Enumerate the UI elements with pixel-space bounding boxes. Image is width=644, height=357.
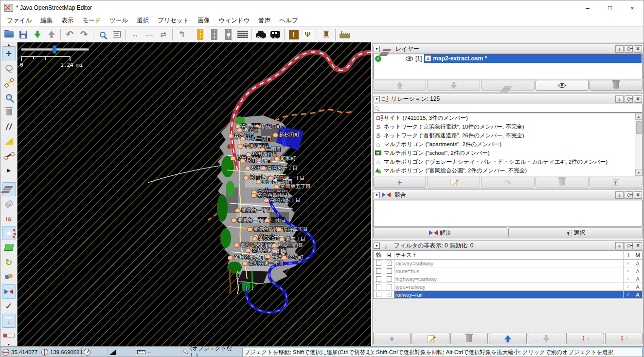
toggle-validator-button[interactable] (2, 211, 16, 225)
sticky-pin-button[interactable] (625, 45, 633, 53)
sort-down-button[interactable] (566, 333, 604, 344)
close-button[interactable] (634, 242, 642, 249)
delete-button[interactable] (590, 80, 643, 91)
scrollbar-thumb[interactable] (636, 121, 642, 134)
filter-row[interactable]: railway=subway✓A (374, 260, 642, 267)
select-button[interactable] (590, 177, 643, 188)
collapse-icon[interactable]: ▼ (374, 96, 380, 102)
dock-button[interactable] (615, 95, 624, 103)
close-button[interactable] (634, 95, 642, 103)
toggle-selection-button[interactable] (2, 299, 16, 313)
upload-button[interactable] (44, 28, 58, 41)
relation-list-scrollbar[interactable]: ▲ ▼ (635, 113, 642, 176)
way-expand-button[interactable]: ↔ (128, 28, 142, 41)
toggle-filter-button[interactable] (2, 314, 16, 328)
close-button[interactable] (634, 191, 642, 199)
move-up-button[interactable] (373, 80, 426, 91)
scroll-down-icon[interactable]: ▼ (1, 343, 17, 346)
delete-button[interactable] (536, 177, 589, 188)
open-button[interactable] (2, 28, 16, 41)
way-exchange-button[interactable]: ⇄ (156, 28, 170, 41)
add-button[interactable] (373, 177, 426, 188)
car-button[interactable] (254, 28, 268, 41)
menu-編集[interactable]: 編集 (36, 15, 57, 26)
relation-list-item[interactable]: サイト (7411015, 3件のメンバー) (375, 113, 635, 122)
road-crossing-button[interactable] (221, 28, 235, 41)
menu-ファイル[interactable]: ファイル (2, 15, 36, 26)
tool-parallel-button[interactable] (2, 119, 16, 133)
toggle-minimap-button[interactable] (2, 241, 16, 255)
filter-hiding-checkbox[interactable] (387, 292, 392, 297)
hazard-button[interactable] (286, 28, 301, 41)
collapse-icon[interactable]: ▼ (374, 243, 380, 249)
filter-enabled-checkbox[interactable] (376, 261, 381, 266)
turn-button[interactable]: ↰ (175, 28, 189, 41)
sticky-pin-button[interactable] (625, 95, 633, 103)
collapse-icon[interactable]: ▼ (374, 192, 380, 198)
toggle-relations-button[interactable] (2, 226, 16, 240)
close-button[interactable] (634, 45, 642, 53)
move-up-button[interactable] (489, 333, 526, 344)
filter-enabled-checkbox[interactable] (376, 284, 381, 289)
download-button[interactable] (30, 28, 44, 41)
scroll-up-icon[interactable]: ▲ (1, 43, 17, 46)
dock-button[interactable] (615, 45, 624, 53)
relation-list-item[interactable]: マルチポリゴン ("school", 2件のメンバー) (375, 149, 635, 157)
conflict-list[interactable] (373, 200, 643, 227)
edit-button[interactable] (427, 177, 480, 188)
filter-hiding-checkbox[interactable] (387, 268, 392, 274)
tool-more-button[interactable]: ▶ (2, 163, 16, 177)
move-down-button[interactable] (427, 80, 480, 91)
dock-button[interactable] (615, 191, 624, 199)
zoom-button[interactable] (95, 28, 109, 41)
filter-row[interactable]: type=railway✓A (374, 283, 642, 291)
menu-ツール[interactable]: ツール (105, 15, 132, 26)
way-contract-button[interactable]: →← (142, 28, 156, 41)
filter-row[interactable]: railway=rail✓A (374, 291, 642, 299)
tool-lasso-button[interactable] (2, 61, 16, 75)
toggle-users-button[interactable] (2, 270, 16, 284)
bus-button[interactable] (268, 28, 282, 41)
toggle-tags-button[interactable] (2, 197, 16, 211)
partial-button[interactable] (2, 328, 16, 342)
factory-button[interactable] (338, 28, 352, 41)
road-motorway-button[interactable] (193, 28, 207, 41)
redo-button[interactable]: ↷ (77, 28, 91, 41)
menu-ウィンドウ[interactable]: ウィンドウ (214, 15, 254, 26)
sort-both-button[interactable] (605, 333, 643, 344)
filter-enabled-checkbox[interactable] (376, 292, 381, 297)
collapse-icon[interactable]: ▼ (374, 46, 380, 52)
relation-search-input[interactable] (373, 104, 643, 113)
relation-list-item[interactable]: マルチポリゴン ("富岡総合公園", 2件のメンバー, 不完全) (375, 166, 635, 175)
download-members-button[interactable] (481, 177, 534, 188)
dock-button[interactable] (615, 242, 624, 249)
relation-list-item[interactable]: ネットワーク ("首都高速道路", 26件のメンバー, 不完全) (375, 131, 635, 140)
tool-draw-node-button[interactable] (2, 75, 16, 90)
map-canvas[interactable]: 森二丁目新中原町磯子区森六丁目新杉田町中原二丁目中原四丁目二丁目杉田四丁目杉田一… (18, 42, 371, 346)
tool-move-button[interactable]: + (2, 46, 16, 60)
castle-button[interactable] (319, 28, 333, 41)
filter-hiding-checkbox[interactable] (387, 261, 392, 266)
toggle-layers-button[interactable] (2, 182, 16, 196)
save-button[interactable] (16, 28, 30, 41)
filter-row[interactable]: highway=cartway✓A (374, 275, 642, 283)
scroll-down-icon[interactable]: ▼ (635, 169, 643, 176)
move-down-button[interactable] (528, 333, 565, 344)
merge-button[interactable] (481, 80, 534, 91)
zoom-slider-handle[interactable] (53, 45, 56, 54)
minimize-button[interactable]: – (576, 0, 599, 15)
selected-layer[interactable]: map2-extract.osm * (424, 54, 642, 63)
filter-row[interactable]: route=bus✓A (374, 267, 642, 275)
close-button[interactable]: × (621, 0, 644, 15)
menu-プリセット[interactable]: プリセット (153, 15, 193, 26)
layer-visible-eye-icon[interactable] (406, 56, 413, 61)
filter-hiding-checkbox[interactable] (387, 276, 392, 282)
tool-delete-button[interactable] (2, 105, 16, 119)
add-button[interactable] (373, 333, 411, 344)
解決-button[interactable]: 解決 (373, 227, 507, 238)
delete-button[interactable] (450, 333, 488, 344)
restaurant-button[interactable] (301, 28, 315, 41)
menu-表示[interactable]: 表示 (57, 15, 78, 26)
layer-list[interactable]: [1] map2-extract.osm * (373, 54, 643, 79)
menu-選択[interactable]: 選択 (132, 15, 153, 26)
